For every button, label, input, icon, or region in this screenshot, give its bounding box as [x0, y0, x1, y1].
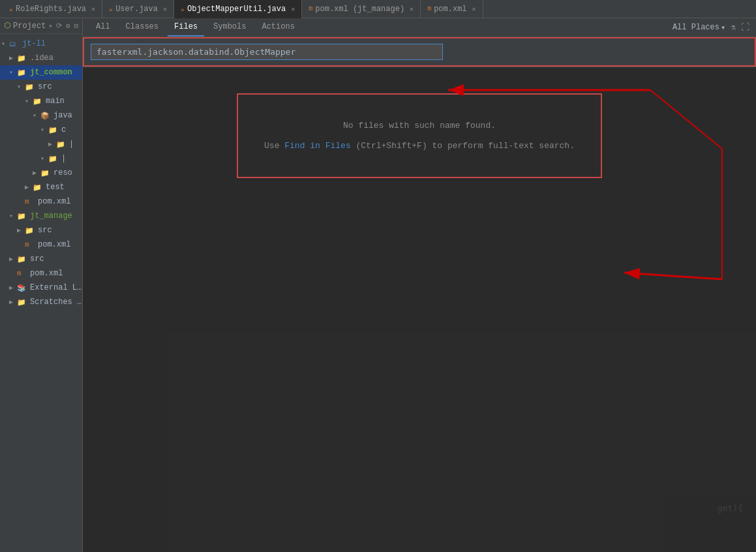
chevron-down-icon: ▾ — [721, 23, 725, 33]
no-results-box: No files with such name found. Use Find … — [237, 93, 602, 178]
search-input[interactable] — [91, 44, 443, 60]
tab-label: pom.xml — [434, 5, 466, 14]
xml-icon: m — [309, 5, 312, 12]
close-icon[interactable]: ✕ — [91, 5, 95, 13]
tree-label: src — [38, 82, 52, 91]
tab-objectmapperutil[interactable]: ☕ ObjectMapperUtil.java ✕ — [174, 0, 302, 18]
tree-label: .idea — [30, 54, 53, 63]
tree-label: test — [46, 183, 65, 192]
tab-actions[interactable]: Actions — [255, 18, 301, 37]
tree-item-c1[interactable]: ▾ 📁 c — [0, 123, 82, 137]
tab-pomxml-manage[interactable]: m pom.xml (jt_manage) ✕ — [302, 0, 421, 18]
sidebar-header-label: Project — [13, 22, 46, 31]
search-input-area — [83, 37, 756, 67]
tab-rolerights[interactable]: ☕ RoleRights.java ✕ — [3, 0, 102, 18]
tree-item-c2[interactable]: ▾ 📁 | — [0, 151, 82, 166]
tree-item-java[interactable]: ▾ 📦 java — [0, 108, 82, 123]
arrow-icon: ▾ — [25, 97, 33, 105]
java-icon: ☕ — [109, 5, 113, 13]
code-view: 1 package com.jt.util; 2 ctMapper(); get… — [83, 18, 756, 552]
content-area: 1 package com.jt.util; 2 ctMapper(); get… — [83, 18, 756, 552]
tab-symbols[interactable]: Symbols — [207, 18, 252, 37]
arrow-icon: ▶ — [9, 284, 17, 292]
tree-label: reso — [53, 168, 72, 177]
hint-prefix: Use — [264, 141, 284, 151]
find-in-files-link[interactable]: Find in Files — [284, 141, 350, 151]
tree-item-extlibs[interactable]: ▶ 📚 External Librarie — [0, 281, 82, 295]
tree-item-pom-root[interactable]: ▶ m pom.xml — [0, 266, 82, 281]
java-src-icon: 📦 — [40, 112, 51, 120]
folder-icon: 📁 — [40, 169, 51, 177]
java-icon: ☕ — [9, 5, 13, 13]
tree-item-c1a[interactable]: ▶ 📁 | — [0, 137, 82, 151]
tab-label: User.java — [115, 5, 158, 14]
folder-icon: 📁 — [17, 255, 27, 264]
tab-all[interactable]: All — [89, 18, 117, 37]
tree-label: pom.xml — [38, 240, 70, 249]
tree-label: pom.xml — [38, 197, 70, 206]
tab-bar: ☕ RoleRights.java ✕ ☕ User.java ✕ ☕ Obje… — [0, 0, 756, 18]
search-overlay: All Classes Files Symbols Actions All Pl… — [83, 18, 756, 552]
tree-item-src-root[interactable]: ▶ 📁 src — [0, 252, 82, 266]
settings-icon[interactable]: ⚙ — [66, 22, 70, 30]
tree-container: ▾ 🗂 jt-ll ▶ 📁 .idea ▾ 📁 jt_common ▾ 📁 sr… — [0, 34, 82, 552]
tree-item-src[interactable]: ▾ 📁 src — [0, 80, 82, 94]
tree-item-resources[interactable]: ▶ 📁 reso — [0, 166, 82, 180]
tree-item-pom-jtcommon[interactable]: ▶ m pom.xml — [0, 194, 82, 209]
folder-icon: 📁 — [17, 69, 27, 77]
folder-icon: 📁 — [17, 212, 27, 221]
tree-label: src — [30, 254, 44, 264]
close-icon[interactable]: ✕ — [291, 5, 295, 13]
tree-item-idea[interactable]: ▶ 📁 .idea — [0, 51, 82, 65]
arrow-icon: ▾ — [40, 126, 48, 134]
chevron-down-icon[interactable]: ▾ — [48, 22, 52, 30]
arrow-icon: ▾ — [17, 83, 25, 91]
folder-icon: 📁 — [33, 97, 43, 106]
tab-user[interactable]: ☕ User.java ✕ — [102, 0, 174, 18]
folder-icon: 📁 — [48, 155, 59, 163]
tree-item-main[interactable]: ▾ 📁 main — [0, 94, 82, 108]
xml-icon: m — [17, 269, 27, 277]
tree-label: pom.xml — [30, 269, 63, 278]
filter-icon[interactable]: ⚗ — [731, 22, 736, 33]
xml-icon: m — [427, 5, 431, 12]
tab-label: ObjectMapperUtil.java — [187, 5, 286, 14]
folder-icon: 📁 — [17, 54, 27, 63]
arrow-icon: ▶ — [33, 169, 40, 177]
collapse-icon[interactable]: ⊟ — [74, 22, 78, 30]
all-places-button[interactable]: All Places ▾ — [673, 23, 725, 33]
tree-label: jt-ll — [22, 39, 46, 48]
folder-icon: 📁 — [33, 183, 43, 192]
tab-classes[interactable]: Classes — [119, 18, 165, 37]
tree-item-src-manage[interactable]: ▶ 📁 src — [0, 223, 82, 238]
tree-item-test[interactable]: ▶ 📁 test — [0, 180, 82, 194]
tree-label: jt_manage — [30, 211, 72, 221]
folder-icon: 📁 — [17, 298, 27, 307]
arrow-icon: ▶ — [9, 255, 17, 263]
close-icon[interactable]: ✕ — [472, 5, 476, 13]
tree-label: java — [53, 111, 72, 120]
project-icon: ⬡ — [4, 21, 10, 31]
tree-item-jtmanage[interactable]: ▾ 📁 jt_manage — [0, 209, 82, 223]
close-icon[interactable]: ✕ — [410, 5, 414, 13]
xml-icon: m — [25, 241, 35, 249]
extlibs-icon: 📚 — [17, 284, 27, 292]
arrow-icon: ▶ — [25, 183, 33, 191]
tab-list: ☕ RoleRights.java ✕ ☕ User.java ✕ ☕ Obje… — [3, 0, 483, 18]
folder-icon: 📁 — [48, 126, 59, 134]
java-icon: ☕ — [181, 5, 185, 13]
arrow-icon: ▶ — [9, 54, 17, 62]
tree-label: | — [61, 154, 66, 163]
close-icon[interactable]: ✕ — [163, 5, 167, 13]
expand-icon[interactable]: ⛶ — [741, 23, 749, 33]
tree-label: Scratches and C — [30, 298, 82, 307]
sidebar: ⬡ Project ▾ ⟳ ⚙ ⊟ ▾ 🗂 jt-ll ▶ 📁 .idea — [0, 18, 83, 552]
tree-item-root[interactable]: ▾ 🗂 jt-ll — [0, 37, 82, 51]
tree-item-pom-manage[interactable]: ▶ m pom.xml — [0, 238, 82, 252]
tab-files[interactable]: Files — [168, 18, 204, 37]
project-folder-icon: 🗂 — [9, 40, 20, 48]
tree-item-jtcommon[interactable]: ▾ 📁 jt_common — [0, 65, 82, 80]
tab-pomxml[interactable]: m pom.xml ✕ — [421, 0, 483, 18]
sync-icon[interactable]: ⟳ — [56, 22, 62, 30]
tree-item-scratches[interactable]: ▶ 📁 Scratches and C — [0, 295, 82, 309]
